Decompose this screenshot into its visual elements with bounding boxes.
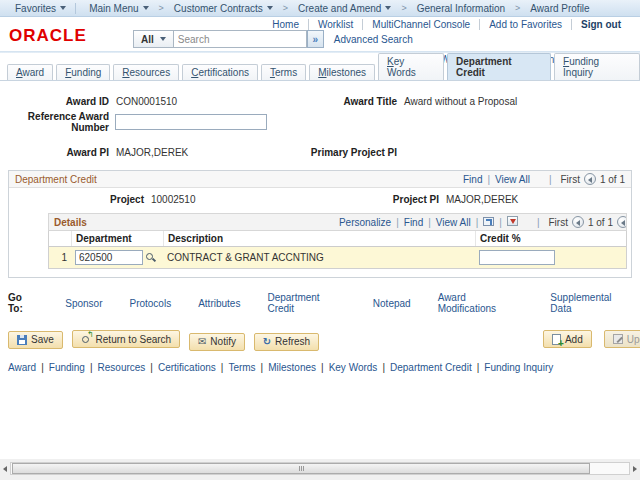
breadcrumb-general-information[interactable]: General Information (408, 3, 514, 14)
multichannel-console-link[interactable]: MultiChannel Console (362, 19, 479, 30)
project-label: Project (15, 194, 150, 205)
scroll-left-button[interactable] (0, 462, 10, 475)
add-label: Add (565, 334, 583, 345)
details-column-headers: Department Description Credit % (49, 231, 626, 247)
goto-attributes-link[interactable]: Attributes (198, 298, 240, 309)
tab-funding-inquiry[interactable]: Funding Inquiry (554, 53, 640, 80)
update-display-button[interactable]: Update (604, 330, 640, 348)
footer-link-award[interactable]: Award (8, 362, 36, 373)
chevron-down-icon (160, 37, 166, 41)
goto-award-modifications-link[interactable]: Award Modifications (438, 292, 524, 314)
bottom-bar (0, 459, 640, 480)
refresh-button[interactable]: ↻ Refresh (254, 333, 319, 351)
award-pi-value: MAJOR,DEREK (115, 147, 310, 158)
details-title: Details (54, 217, 87, 228)
personalize-link[interactable]: Personalize (339, 217, 391, 228)
tab-key-words[interactable]: Key Words (378, 53, 444, 80)
scrollbar-track[interactable] (10, 462, 630, 475)
find-link[interactable]: Find (391, 217, 423, 228)
breadcrumb-favorites[interactable]: Favorites (6, 3, 76, 14)
horizontal-scrollbar[interactable] (0, 462, 640, 475)
footer-link-key-words[interactable]: Key Words (316, 362, 377, 373)
reference-award-number-input[interactable] (115, 114, 267, 130)
notify-button[interactable]: ✉ Notify (189, 333, 245, 351)
zoom-grid-button[interactable] (471, 217, 495, 228)
footer-link-funding-inquiry[interactable]: Funding Inquiry (472, 362, 554, 373)
view-all-link[interactable]: View All (482, 174, 529, 185)
search-submit-button[interactable]: » (307, 30, 324, 48)
previous-row-button[interactable] (584, 173, 596, 185)
tab-funding[interactable]: Funding (56, 64, 110, 80)
lookup-magnifier-icon[interactable] (146, 253, 156, 263)
department-column-header: Department (71, 231, 163, 246)
envelope-icon: ✉ (198, 337, 206, 347)
action-toolbar: Save Return to Search ✉ Notify ↻ Refresh… (0, 330, 640, 350)
search-scope-dropdown[interactable]: All (133, 30, 174, 48)
scroll-controls: Find View All First 1 of 1 (463, 173, 625, 185)
grip-icon (303, 466, 304, 471)
breadcrumb-separator: > (158, 3, 165, 13)
sign-out-link[interactable]: Sign out (571, 19, 630, 30)
department-input[interactable] (75, 250, 143, 265)
arrow-right-icon (633, 466, 637, 472)
save-icon (17, 335, 27, 345)
credit-percent-input[interactable] (479, 250, 555, 265)
tab-terms[interactable]: Terms (261, 64, 306, 80)
breadcrumb-main-menu[interactable]: Main Menu (80, 3, 157, 14)
refresh-label: Refresh (275, 336, 310, 347)
return-to-search-button[interactable]: Return to Search (72, 330, 181, 348)
footer-link-terms[interactable]: Terms (216, 362, 256, 373)
award-id-label: Award ID (8, 96, 115, 107)
primary-project-pi-label: Primary Project PI (310, 147, 403, 158)
award-title-value: Award without a Proposal (403, 96, 632, 107)
grip-icon (299, 466, 300, 471)
footer-link-certifications[interactable]: Certifications (145, 362, 215, 373)
breadcrumb-label: Favorites (15, 3, 56, 14)
goto-protocols-link[interactable]: Protocols (129, 298, 171, 309)
tab-certifications[interactable]: Certifications (182, 64, 258, 80)
spacer (8, 137, 632, 143)
add-button[interactable]: Add (543, 330, 592, 348)
download-grid-button[interactable] (494, 216, 518, 228)
tab-department-credit[interactable]: Department Credit (447, 53, 551, 80)
refresh-icon: ↻ (263, 337, 271, 347)
breadcrumb-award-profile[interactable]: Award Profile (521, 3, 598, 14)
credit-cell (475, 250, 626, 265)
find-link[interactable]: Find (463, 174, 482, 185)
previous-row-button[interactable] (572, 216, 584, 228)
breadcrumb-customer-contracts[interactable]: Customer Contracts (165, 3, 282, 14)
search-input[interactable] (174, 30, 307, 48)
chevron-down-icon (60, 6, 66, 10)
scrollbar-thumb[interactable] (12, 463, 590, 474)
worklist-link[interactable]: Worklist (308, 19, 362, 30)
department-credit-header: Department Credit Find View All First 1 … (9, 171, 631, 188)
goto-notepad-link[interactable]: Notepad (373, 298, 411, 309)
grip-icon (301, 466, 302, 471)
department-credit-title: Department Credit (15, 174, 97, 185)
popout-icon (483, 217, 494, 226)
breadcrumb-label: Create and Amend (298, 3, 381, 14)
add-to-favorites-link[interactable]: Add to Favorites (479, 19, 571, 30)
breadcrumb-create-and-amend[interactable]: Create and Amend (289, 3, 400, 14)
footer-link-funding[interactable]: Funding (36, 362, 85, 373)
breadcrumb-label: Award Profile (530, 3, 589, 14)
next-row-button[interactable] (617, 216, 627, 228)
breadcrumb-separator: > (514, 3, 521, 13)
tab-award[interactable]: Award (7, 64, 53, 80)
footer-link-department-credit[interactable]: Department Credit (377, 362, 471, 373)
goto-department-credit-link[interactable]: Department Credit (267, 292, 345, 314)
scroll-right-button[interactable] (630, 462, 640, 475)
table-row: 1 CONTRACT & GRANT ACCNTING (49, 247, 626, 268)
tab-milestones[interactable]: Milestones (309, 64, 375, 80)
footer-link-milestones[interactable]: Milestones (256, 362, 316, 373)
return-to-search-icon (81, 334, 92, 345)
row-navigator: First 1 of 1 (544, 173, 625, 185)
view-all-link[interactable]: View All (423, 217, 470, 228)
save-button[interactable]: Save (8, 331, 63, 349)
home-link[interactable]: Home (263, 19, 308, 30)
goto-supplemental-data-link[interactable]: Supplemental Data (550, 292, 632, 314)
goto-sponsor-link[interactable]: Sponsor (65, 298, 102, 309)
footer-link-resources[interactable]: Resources (85, 362, 145, 373)
advanced-search-link[interactable]: Advanced Search (334, 34, 413, 45)
tab-resources[interactable]: Resources (113, 64, 179, 80)
